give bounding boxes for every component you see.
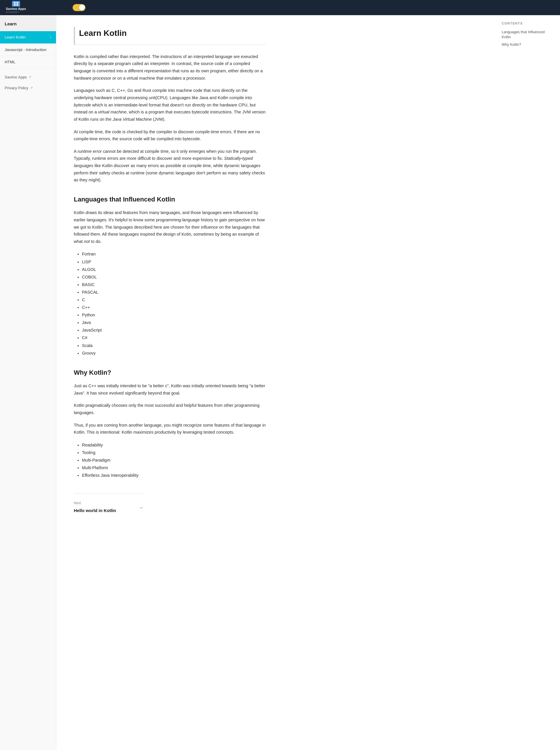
svg-rect-1 [16, 2, 18, 3]
svg-rect-0 [14, 2, 16, 3]
article-body: Kotlin is compiled rather than interpret… [74, 53, 266, 514]
list-item: Effortless Java Interoperability [82, 471, 266, 479]
list-item: C++ [82, 304, 266, 311]
section1-heading: Languages that Influenced Kotlin [74, 194, 266, 204]
external-link-icon: ↗ [28, 75, 31, 80]
paragraph-4: A runtime error cannot be detected at co… [74, 148, 266, 184]
paragraph-3: At compile time, the code is checked by … [74, 128, 266, 143]
sidebar-links: Savimo Apps ↗ Privacy Policy ↗ [0, 72, 56, 94]
sidebar-item-javascript[interactable]: Javascript - Introduction [0, 44, 56, 56]
svg-rect-3 [16, 4, 18, 5]
nav-next-content: Next Hello world in Kotlin [74, 500, 116, 514]
features-list: Readability Tooling Multi-Paradigm Multi… [82, 441, 266, 479]
main-layout: Learn Learn Kotlin › Javascript - Introd… [0, 15, 560, 750]
section2-p3: Thus, if you are coming from another lan… [74, 422, 266, 436]
list-item: Multi-Paradigm [82, 457, 266, 464]
paragraph-2: Languages such as C, C++, Go and Rust co… [74, 87, 266, 123]
logo-text: Savimo Apps Academy [6, 7, 26, 14]
nav-next-title: Hello world in Kotlin [74, 507, 116, 514]
logo-icon [12, 1, 20, 7]
sidebar-item-html[interactable]: HTML [0, 56, 56, 68]
toc-item-1[interactable]: Languages that Influenced Kotlin [502, 30, 554, 40]
list-item: JavaScript [82, 326, 266, 334]
list-item: PASCAL [82, 288, 266, 296]
list-item: C# [82, 334, 266, 342]
list-item: Scala [82, 342, 266, 349]
sidebar-item-label: Learn Kotlin [5, 34, 26, 41]
list-item: Java [82, 319, 266, 326]
app-header: Savimo Apps Academy [0, 0, 560, 15]
main-content: Learn Kotlin Kotlin is compiled rather t… [56, 15, 284, 750]
theme-toggle-area [73, 4, 85, 11]
list-item: ALGOL [82, 266, 266, 273]
sidebar-item-learn-kotlin[interactable]: Learn Kotlin › [0, 31, 56, 44]
sidebar: Learn Learn Kotlin › Javascript - Introd… [0, 15, 56, 750]
section1-intro: Kotlin draws its ideas and features from… [74, 209, 266, 245]
list-item: LISP [82, 258, 266, 266]
list-item: Fortran [82, 250, 266, 258]
toc-title: CONTENTS [502, 21, 554, 26]
theme-toggle[interactable] [73, 4, 85, 11]
list-item: BASIC [82, 281, 266, 288]
list-item: Multi-Platform [82, 464, 266, 471]
sidebar-link-savimo[interactable]: Savimo Apps ↗ [0, 72, 56, 83]
list-item: COBOL [82, 273, 266, 281]
list-item: C [82, 296, 266, 304]
external-link-icon: ↗ [30, 85, 33, 91]
list-item: Python [82, 311, 266, 319]
chevron-right-icon: › [50, 34, 52, 41]
next-navigation[interactable]: Next Hello world in Kotlin → [74, 493, 144, 514]
section2-heading: Why Kotlin? [74, 367, 266, 378]
article-title: Learn Kotlin [74, 27, 266, 45]
list-item: Tooling [82, 449, 266, 457]
toc-item-2[interactable]: Why Kotlin? [502, 42, 554, 47]
nav-next-label: Next [74, 500, 116, 506]
svg-rect-2 [14, 4, 16, 5]
list-item: Groovy [82, 349, 266, 357]
paragraph-1: Kotlin is compiled rather than interpret… [74, 53, 266, 82]
sidebar-item-label: Javascript - Introduction [5, 47, 46, 53]
arrow-right-icon: → [138, 503, 144, 512]
sidebar-item-label: HTML [5, 59, 16, 65]
table-of-contents: CONTENTS Languages that Influenced Kotli… [502, 21, 554, 49]
sidebar-section-title: Learn [0, 15, 56, 31]
section2-p1: Just as C++ was initially intended to be… [74, 382, 266, 397]
section2-p2: Kotlin pragmatically chooses only the mo… [74, 402, 266, 416]
logo[interactable]: Savimo Apps Academy [6, 1, 26, 14]
sidebar-link-privacy[interactable]: Privacy Policy ↗ [0, 83, 56, 94]
list-item: Readability [82, 441, 266, 449]
languages-list: Fortran LISP ALGOL COBOL BASIC PASCAL C … [82, 250, 266, 357]
